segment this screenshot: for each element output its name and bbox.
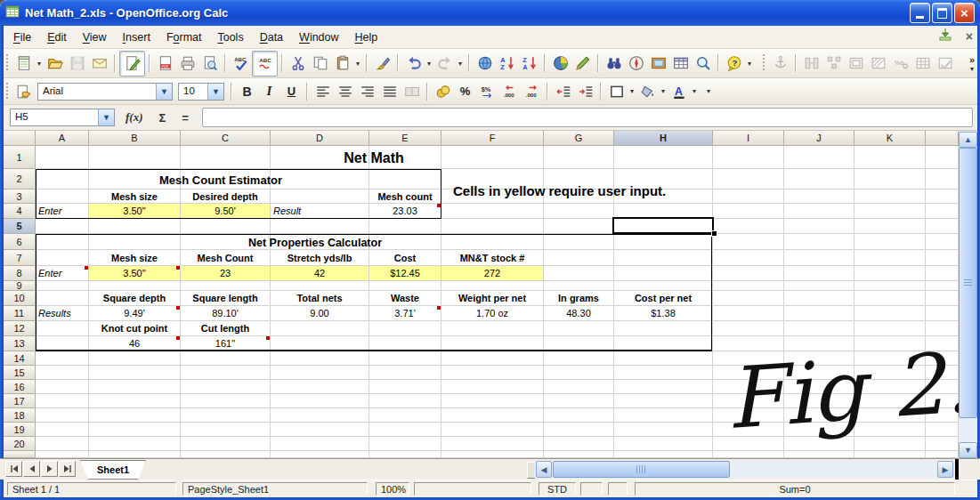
cell-J14[interactable] xyxy=(784,351,854,366)
formula-input[interactable] xyxy=(202,108,973,127)
cell-F19[interactable] xyxy=(441,423,544,437)
cell-J6[interactable] xyxy=(784,234,854,250)
cell-K4[interactable] xyxy=(854,204,926,219)
cell-K14[interactable] xyxy=(854,351,926,366)
cell-B17[interactable] xyxy=(89,394,181,408)
cell-J16[interactable] xyxy=(784,380,854,394)
cell-A12[interactable] xyxy=(36,321,89,336)
cell-F11[interactable]: 1.70 oz xyxy=(441,306,544,321)
selected-cell-H5[interactable] xyxy=(612,217,714,234)
cell-H11[interactable]: $1.38 xyxy=(614,306,713,321)
cell-C10[interactable]: Square length xyxy=(181,291,271,306)
cell-X9[interactable] xyxy=(926,281,959,291)
cell-J7[interactable] xyxy=(784,250,854,266)
cell-E18[interactable] xyxy=(369,408,441,423)
function-wizard-icon[interactable]: f(x) xyxy=(126,110,143,125)
redo-icon[interactable] xyxy=(433,52,456,75)
cell-K1[interactable] xyxy=(854,146,926,169)
cell-J1[interactable] xyxy=(784,146,854,169)
styles-icon[interactable] xyxy=(12,80,35,102)
cell-F18[interactable] xyxy=(441,408,544,423)
row-header-13[interactable]: 13 xyxy=(4,336,36,351)
cell-J21[interactable] xyxy=(784,451,854,458)
cut-icon[interactable] xyxy=(287,52,309,75)
cell-G19[interactable] xyxy=(544,423,614,437)
cell-F20[interactable] xyxy=(441,437,544,451)
cell-K3[interactable] xyxy=(854,190,926,204)
cell-J2[interactable] xyxy=(784,169,854,190)
cell-G15[interactable] xyxy=(544,366,614,380)
cell-E12[interactable] xyxy=(369,321,441,336)
cell-A11[interactable]: Results xyxy=(36,306,89,321)
menu-tools[interactable]: Tools xyxy=(209,28,251,46)
cell-X14[interactable] xyxy=(926,351,959,366)
cell-G13[interactable] xyxy=(544,336,614,351)
column-header-E[interactable]: E xyxy=(369,131,441,146)
cell-C14[interactable] xyxy=(181,351,271,366)
selection-fill-handle[interactable] xyxy=(711,230,717,237)
undo-dropdown-icon[interactable]: ▾ xyxy=(425,60,433,68)
borders-dropdown-icon[interactable]: ▾ xyxy=(628,87,636,95)
toolbar-drag-handle[interactable] xyxy=(761,54,767,72)
cell-D14[interactable] xyxy=(271,351,369,366)
increase-indent-icon[interactable] xyxy=(574,80,596,102)
zoom-icon[interactable] xyxy=(692,52,714,75)
cell-G21[interactable] xyxy=(544,451,614,458)
cell-A6[interactable] xyxy=(36,234,89,250)
toolbar-overflow-icon[interactable]: ▾ xyxy=(745,60,754,68)
cell-F9[interactable] xyxy=(441,281,544,291)
row-header-16[interactable]: 16 xyxy=(4,380,36,394)
cell-G6[interactable] xyxy=(544,234,614,250)
row-header-10[interactable]: 10 xyxy=(4,291,36,306)
cell-K15[interactable] xyxy=(854,366,926,380)
column-header-J[interactable]: J xyxy=(784,131,854,146)
cell-X2[interactable] xyxy=(926,169,959,190)
cell-H20[interactable] xyxy=(614,437,713,451)
cell-C20[interactable] xyxy=(181,437,271,451)
cell-F10[interactable]: Weight per net xyxy=(441,291,544,306)
cell-I18[interactable] xyxy=(713,408,784,423)
cell-F7[interactable]: MN&T stock # xyxy=(441,250,544,266)
cell-D5[interactable] xyxy=(271,219,369,234)
cell-E15[interactable] xyxy=(369,366,441,380)
cell-X4[interactable] xyxy=(926,204,959,219)
menu-format[interactable]: Format xyxy=(158,28,210,46)
cell-I19[interactable] xyxy=(713,423,784,437)
cell-J13[interactable] xyxy=(784,336,854,351)
design-mode-icon[interactable] xyxy=(934,52,956,75)
column-header-B[interactable]: B xyxy=(89,131,181,146)
cell-C17[interactable] xyxy=(181,394,271,408)
cell-E20[interactable] xyxy=(369,437,441,451)
cell-K7[interactable] xyxy=(854,250,926,266)
align-left-icon[interactable] xyxy=(312,80,334,102)
cell-X15[interactable] xyxy=(926,366,959,380)
row-header-5[interactable]: 5 xyxy=(4,219,36,234)
cell-I11[interactable] xyxy=(713,306,784,321)
cell-D3[interactable] xyxy=(271,190,369,204)
cell-J5[interactable] xyxy=(784,219,854,234)
cell-B9[interactable] xyxy=(89,281,181,291)
cell-H6[interactable] xyxy=(614,234,713,250)
toolbar-more-controls[interactable]: »▾ xyxy=(969,54,975,73)
font-name-dropdown-icon[interactable]: ▼ xyxy=(156,84,172,100)
menu-window[interactable]: Window xyxy=(291,28,346,46)
cell-A19[interactable] xyxy=(36,423,89,437)
background-color-dropdown-icon[interactable]: ▾ xyxy=(659,87,668,95)
cell-C7[interactable]: Mesh Count xyxy=(181,250,271,266)
cell-D11[interactable]: 9.00 xyxy=(271,306,369,321)
background-color-icon[interactable] xyxy=(636,80,659,102)
print-icon[interactable] xyxy=(176,52,198,75)
cell-E7[interactable]: Cost xyxy=(369,250,441,266)
cell-A8[interactable]: Enter xyxy=(36,266,89,281)
cell-X16[interactable] xyxy=(926,380,959,394)
column-header-K[interactable]: K xyxy=(854,131,926,146)
cell-F16[interactable] xyxy=(441,380,544,394)
cell-D10[interactable]: Total nets xyxy=(271,291,369,306)
cell-X12[interactable] xyxy=(926,321,959,336)
cell-K20[interactable] xyxy=(854,437,926,451)
cell-C8[interactable]: 23 xyxy=(181,266,271,281)
cell-D15[interactable] xyxy=(271,366,369,380)
cell-G4[interactable] xyxy=(544,204,614,219)
cell-B4[interactable]: 3.50" xyxy=(89,204,181,219)
hyperlink-icon[interactable] xyxy=(474,52,496,75)
